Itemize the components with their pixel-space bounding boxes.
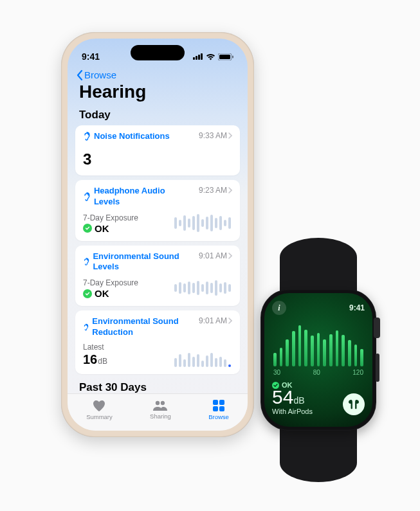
dynamic-island [131, 45, 185, 60]
latest-sublabel: Latest [83, 343, 107, 352]
status-ok: OK [95, 223, 109, 234]
tab-summary[interactable]: Summary [86, 399, 113, 420]
scale-120: 120 [352, 369, 363, 376]
airpods-icon [347, 399, 360, 410]
svg-rect-0 [193, 57, 195, 60]
svg-rect-5 [219, 55, 230, 59]
apple-watch-device: i 9:41 30 80 120 OK [254, 244, 383, 476]
card-noise-notifications[interactable]: Noise Notifications 9:33 AM 3 [75, 125, 240, 175]
card-time-text: 9:01 AM [199, 251, 227, 260]
status-time: 9:41 [82, 51, 100, 62]
ear-icon [83, 192, 91, 201]
card-title-text: Environmental Sound Reduction [92, 316, 192, 337]
noise-notif-value: 3 [83, 150, 91, 168]
svg-rect-2 [198, 55, 200, 60]
card-title-text: Environmental Sound Levels [93, 251, 192, 273]
watch-case: i 9:41 30 80 120 OK [260, 289, 376, 431]
svg-rect-10 [219, 400, 224, 405]
svg-rect-12 [219, 406, 224, 411]
watch-scale: 30 80 120 [272, 369, 365, 376]
card-time-text: 9:23 AM [199, 186, 227, 195]
watch-level-bars [272, 321, 365, 366]
ear-icon [83, 323, 89, 332]
watch-time: 9:41 [349, 303, 365, 312]
scale-80: 80 [313, 369, 320, 376]
watch-subtitle: With AirPods [272, 408, 313, 415]
card-headphone-levels[interactable]: Headphone Audio Levels 9:23 AM 7-Day Exp… [75, 180, 240, 241]
svg-rect-6 [232, 55, 233, 58]
exposure-sublabel: 7-Day Exposure [83, 278, 138, 287]
checkmark-icon [83, 224, 92, 233]
svg-rect-11 [213, 406, 218, 411]
watch-screen: i 9:41 30 80 120 OK [264, 293, 372, 427]
svg-point-7 [156, 401, 160, 405]
tab-label: Browse [208, 413, 229, 420]
card-environmental-levels[interactable]: Environmental Sound Levels 9:01 AM 7-Day… [75, 246, 240, 307]
card-title-text: Noise Notifications [94, 131, 170, 141]
scale-30: 30 [273, 369, 280, 376]
grid-icon [212, 399, 225, 412]
svg-rect-1 [196, 56, 197, 60]
card-time-text: 9:01 AM [199, 316, 227, 325]
chevron-right-icon [228, 132, 232, 139]
sparkline-chart [174, 212, 232, 234]
tab-bar: Summary Sharing Browse [68, 393, 248, 431]
people-icon [152, 400, 169, 411]
iphone-screen: 9:41 Browse Hearing Today Noise Notifica… [68, 39, 248, 431]
tab-label: Sharing [150, 413, 171, 420]
card-environmental-reduction[interactable]: Environmental Sound Reduction 9:01 AM La… [75, 310, 240, 374]
heart-icon [92, 399, 106, 412]
chevron-right-icon [228, 187, 232, 193]
checkmark-icon [83, 289, 92, 298]
page-title: Hearing [68, 80, 248, 106]
watch-db-value: 54 [272, 386, 293, 408]
section-past-30-days: Past 30 Days [75, 379, 240, 393]
sparkline-chart [174, 277, 232, 299]
status-ok: OK [95, 288, 109, 299]
digital-crown[interactable] [374, 318, 380, 338]
card-title-text: Headphone Audio Levels [94, 186, 192, 207]
card-time-text: 9:33 AM [199, 131, 227, 140]
side-button[interactable] [376, 354, 379, 382]
reduction-value: 16 [83, 352, 97, 366]
cellular-icon [193, 53, 203, 60]
chevron-left-icon [77, 70, 83, 80]
svg-rect-9 [213, 400, 218, 405]
tab-label: Summary [86, 413, 113, 420]
sparkline-dot [228, 364, 231, 367]
watch-db-unit: dB [293, 395, 304, 406]
svg-point-8 [161, 401, 165, 405]
iphone-device: 9:41 Browse Hearing Today Noise Notifica… [61, 32, 254, 437]
sparkline-chart [174, 345, 232, 367]
wifi-icon [206, 53, 215, 60]
ear-icon [83, 132, 91, 141]
battery-icon [218, 53, 233, 60]
svg-rect-3 [201, 53, 203, 60]
chevron-right-icon [228, 253, 232, 259]
back-button[interactable]: Browse [68, 67, 248, 80]
back-label: Browse [84, 69, 116, 80]
info-button[interactable]: i [272, 301, 286, 315]
tab-sharing[interactable]: Sharing [150, 400, 171, 420]
ear-icon [83, 257, 89, 266]
section-today: Today [75, 106, 240, 125]
chevron-right-icon [228, 318, 232, 324]
content-scroll[interactable]: Today Noise Notifications 9:33 AM 3 [68, 106, 248, 393]
exposure-sublabel: 7-Day Exposure [83, 213, 138, 222]
airpods-button[interactable] [343, 393, 365, 415]
reduction-unit: dB [98, 357, 107, 366]
tab-browse[interactable]: Browse [208, 399, 229, 420]
